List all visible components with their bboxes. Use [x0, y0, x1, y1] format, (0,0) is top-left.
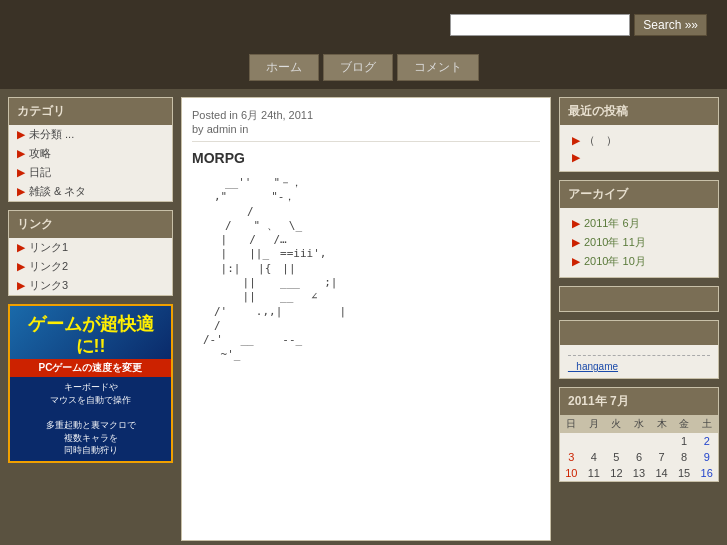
arrow-icon: ▶	[17, 280, 25, 291]
cal-cell: 13	[628, 465, 651, 481]
section4-header	[560, 321, 718, 345]
nav-blog[interactable]: ブログ	[323, 54, 393, 81]
arrow-icon: ▶	[17, 148, 25, 159]
cal-cell: 16	[695, 465, 718, 481]
search-input[interactable]	[450, 14, 630, 36]
section4-box: _ hangame	[559, 320, 719, 379]
category-label: 攻略	[29, 146, 51, 161]
recent-post-label: （ ）	[584, 133, 617, 148]
hangame-content: _ hangame	[560, 345, 718, 378]
archive-link[interactable]: 2011年 6月	[584, 216, 640, 231]
cal-day-sat: 土	[695, 415, 718, 433]
separator	[568, 355, 710, 356]
archive-link[interactable]: 2010年 11月	[584, 235, 646, 250]
link-label: リンク2	[29, 259, 68, 274]
cal-day-thu: 木	[650, 415, 673, 433]
nav-comments[interactable]: コメント	[397, 54, 479, 81]
cal-day-mon: 月	[583, 415, 606, 433]
cal-day-fri: 金	[673, 415, 696, 433]
post-meta: Posted in 6月 24th, 2011 by admin in	[192, 108, 540, 142]
category-item[interactable]: ▶ 攻略	[9, 144, 172, 163]
main-content: Posted in 6月 24th, 2011 by admin in MORP…	[181, 97, 551, 541]
ad-description: キーボードや マウスを自動で操作 多重起動と裏マクロで 複数キャラを 同時自動狩…	[10, 377, 171, 461]
calendar-row: 1 2	[560, 433, 718, 449]
link-item[interactable]: ▶ リンク1	[9, 238, 172, 257]
link-label: リンク3	[29, 278, 68, 293]
link-label: リンク1	[29, 240, 68, 255]
right-sidebar: 最近の投稿 ▶ （ ） ▶ アーカイブ ▶ 2011年 6月	[559, 97, 719, 541]
cal-day-wed: 水	[628, 415, 651, 433]
left-sidebar: カテゴリ ▶ 未分類 ... ▶ 攻略 ▶ 日記 ▶ 雑談 & ネタ リンク ▶	[8, 97, 173, 541]
navbar: ホーム ブログ コメント	[0, 50, 727, 89]
category-label: 雑談 & ネタ	[29, 184, 86, 199]
cal-cell: 14	[650, 465, 673, 481]
main-layout: カテゴリ ▶ 未分類 ... ▶ 攻略 ▶ 日記 ▶ 雑談 & ネタ リンク ▶	[0, 89, 727, 545]
links-header: リンク	[9, 211, 172, 238]
recent-post-item[interactable]: ▶	[568, 150, 710, 165]
cal-cell: 5	[605, 449, 628, 465]
arrow-icon: ▶	[572, 218, 580, 229]
cal-cell	[628, 433, 651, 449]
post-date: Posted in 6月 24th, 2011	[192, 109, 313, 121]
cal-cell: 10	[560, 465, 583, 481]
arrow-icon: ▶	[572, 152, 580, 163]
cal-cell	[560, 433, 583, 449]
post-author: by admin in	[192, 123, 248, 135]
link-item[interactable]: ▶ リンク3	[9, 276, 172, 295]
cal-day-sun: 日	[560, 415, 583, 433]
recent-posts-content: ▶ （ ） ▶	[560, 125, 718, 171]
recent-post-item[interactable]: ▶ （ ）	[568, 131, 710, 150]
calendar-box: 2011年 7月 日 月 火 水 木 金 土	[559, 387, 719, 482]
archive-item[interactable]: ▶ 2010年 10月	[568, 252, 710, 271]
calendar-header: 2011年 7月	[560, 388, 718, 415]
category-item[interactable]: ▶ 日記	[9, 163, 172, 182]
archive-link[interactable]: 2010年 10月	[584, 254, 646, 269]
links-box: リンク ▶ リンク1 ▶ リンク2 ▶ リンク3	[8, 210, 173, 296]
archives-content: ▶ 2011年 6月 ▶ 2010年 11月 ▶ 2010年 10月	[560, 208, 718, 277]
categories-header: カテゴリ	[9, 98, 172, 125]
cal-cell: 8	[673, 449, 696, 465]
cal-cell	[583, 433, 606, 449]
category-label: 未分類 ...	[29, 127, 74, 142]
ad-banner[interactable]: ゲームが超快適に!! PCゲームの速度を変更 キーボードや マウスを自動で操作 …	[8, 304, 173, 463]
arrow-icon: ▶	[17, 242, 25, 253]
category-label: 日記	[29, 165, 51, 180]
cal-cell: 6	[628, 449, 651, 465]
cal-cell: 9	[695, 449, 718, 465]
cal-cell	[650, 433, 673, 449]
archives-header: アーカイブ	[560, 181, 718, 208]
arrow-icon: ▶	[572, 237, 580, 248]
nav-home[interactable]: ホーム	[249, 54, 319, 81]
arrow-icon: ▶	[572, 256, 580, 267]
calendar-row: 3 4 5 6 7 8 9	[560, 449, 718, 465]
arrow-icon: ▶	[17, 261, 25, 272]
recent-posts-box: 最近の投稿 ▶ （ ） ▶	[559, 97, 719, 172]
search-button[interactable]: Search »»	[634, 14, 707, 36]
header: Search »»	[0, 0, 727, 50]
ascii-art: __'' "－， ," "-， / / " 、 \_ | / /… | ||_ …	[192, 176, 540, 362]
post-title: MORPG	[192, 150, 540, 166]
ad-subtitle: PCゲームの速度を変更	[10, 359, 171, 377]
section3-header	[560, 287, 718, 311]
cal-cell: 3	[560, 449, 583, 465]
hangame-link[interactable]: _ hangame	[568, 361, 618, 372]
calendar-row: 10 11 12 13 14 15 16	[560, 465, 718, 481]
cal-cell: 4	[583, 449, 606, 465]
ad-headline: ゲームが超快適に!!	[10, 306, 171, 359]
arrow-icon: ▶	[572, 135, 580, 146]
cal-cell: 2	[695, 433, 718, 449]
cal-day-tue: 火	[605, 415, 628, 433]
category-item[interactable]: ▶ 雑談 & ネタ	[9, 182, 172, 201]
cal-cell: 11	[583, 465, 606, 481]
calendar-table: 日 月 火 水 木 金 土	[560, 415, 718, 481]
cal-cell: 7	[650, 449, 673, 465]
recent-posts-header: 最近の投稿	[560, 98, 718, 125]
cal-cell: 1	[673, 433, 696, 449]
archive-item[interactable]: ▶ 2011年 6月	[568, 214, 710, 233]
archive-item[interactable]: ▶ 2010年 11月	[568, 233, 710, 252]
category-item[interactable]: ▶ 未分類 ...	[9, 125, 172, 144]
link-item[interactable]: ▶ リンク2	[9, 257, 172, 276]
arrow-icon: ▶	[17, 167, 25, 178]
cal-cell: 15	[673, 465, 696, 481]
search-form: Search »»	[450, 14, 707, 36]
